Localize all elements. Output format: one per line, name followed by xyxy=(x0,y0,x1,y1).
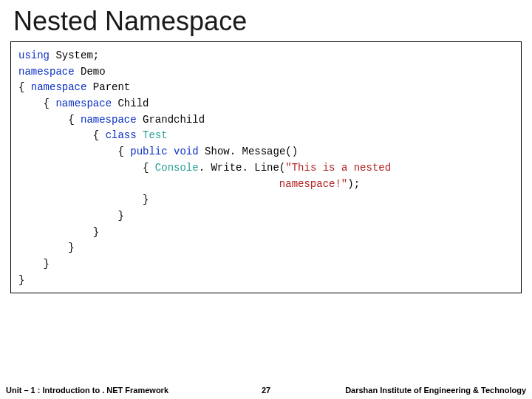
code-line: namespace Demo xyxy=(18,64,514,81)
code-text: System; xyxy=(50,50,99,61)
keyword: namespace xyxy=(55,98,112,109)
code-text: { xyxy=(18,129,106,141)
string-literal: "This is a nested xyxy=(285,162,391,174)
code-line: { class Test xyxy=(18,128,514,144)
code-text: Demo xyxy=(75,66,106,78)
code-line: using System; xyxy=(18,48,514,64)
code-line: { Console. Write. Line("This is a nested xyxy=(18,160,514,177)
code-line: { namespace Grandchild xyxy=(18,112,514,129)
code-line: { namespace Child xyxy=(18,96,514,112)
code-text xyxy=(18,178,279,190)
code-line: } xyxy=(18,273,514,289)
code-text: { xyxy=(18,146,130,157)
code-text: Parent xyxy=(86,81,130,93)
keyword: namespace xyxy=(18,66,75,78)
code-line: } xyxy=(18,192,514,208)
code-text: { xyxy=(18,98,55,109)
footer-institute: Darshan Institute of Engineering & Techn… xyxy=(288,386,528,395)
code-text: Show. Message() xyxy=(199,146,298,157)
code-text: Child xyxy=(112,98,149,109)
page-number: 27 xyxy=(244,386,288,395)
type-name: Test xyxy=(137,129,168,141)
code-line: namespace!"); xyxy=(18,177,514,193)
string-literal: namespace!" xyxy=(279,178,347,190)
code-text: Grandchild xyxy=(137,114,205,126)
keyword: namespace xyxy=(31,81,87,93)
keyword: void xyxy=(168,146,199,157)
footer-unit-title: Unit – 1 : Introduction to . NET Framewo… xyxy=(4,386,244,395)
code-line: } xyxy=(18,240,514,256)
keyword: namespace xyxy=(81,114,137,126)
code-text: { xyxy=(18,81,31,93)
keyword: public xyxy=(130,146,167,157)
code-text: { xyxy=(18,162,155,174)
type-name: Console xyxy=(155,162,199,174)
code-line: { namespace Parent xyxy=(18,80,514,96)
code-line: } xyxy=(18,225,514,241)
code-text: ); xyxy=(347,178,360,190)
code-text: { xyxy=(18,114,81,126)
keyword: using xyxy=(18,50,50,61)
keyword: class xyxy=(106,129,137,141)
slide-title: Nested Namespace xyxy=(0,0,532,41)
code-line: } xyxy=(18,208,514,225)
code-line: { public void Show. Message() xyxy=(18,144,514,160)
slide-footer: Unit – 1 : Introduction to . NET Framewo… xyxy=(0,386,532,395)
code-text: . Write. Line( xyxy=(199,162,286,174)
code-line: } xyxy=(18,256,514,273)
code-block: using System; namespace Demo { namespace… xyxy=(10,41,522,293)
